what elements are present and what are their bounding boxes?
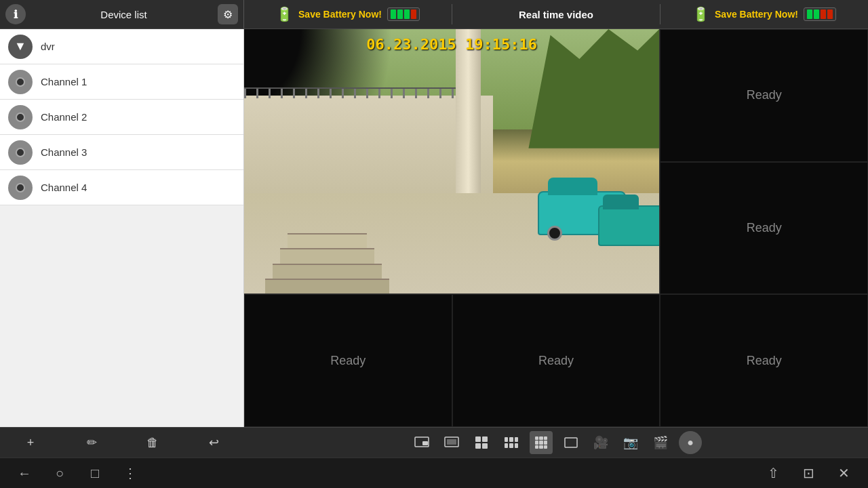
sidebar-item-dvr[interactable]: ▼ dvr bbox=[0, 29, 243, 64]
sidebar-item-ch1-label: Channel 1 bbox=[41, 76, 87, 87]
sidebar-item-ch2[interactable]: Channel 2 bbox=[0, 100, 243, 135]
battery-seg-r3 bbox=[821, 9, 826, 19]
battery-label-left: Save Battery Now! bbox=[298, 9, 382, 20]
nav-left-group: ← ○ □ ⋮ bbox=[14, 462, 141, 484]
snapshot-button[interactable]: 📷 bbox=[619, 431, 642, 454]
grid-2x3-button[interactable] bbox=[500, 431, 523, 454]
battery-seg-r1 bbox=[807, 9, 812, 19]
battery-label-right: Save Battery Now! bbox=[715, 9, 798, 20]
nav-tablet-icon: ⊡ bbox=[803, 465, 814, 481]
battery-seg-4 bbox=[411, 9, 416, 19]
nav-home-icon: ○ bbox=[56, 466, 64, 481]
sidebar-item-ch3-label: Channel 3 bbox=[41, 146, 87, 158]
svg-rect-3 bbox=[447, 439, 456, 445]
battery-bar-right bbox=[804, 7, 836, 21]
record-video-button[interactable]: 🎥 bbox=[589, 431, 612, 454]
top-bar: ℹ Device list ⚙ 🔋 Save Battery Now! Real… bbox=[0, 0, 868, 29]
playback-icon: 🎬 bbox=[653, 435, 668, 450]
camera-dot-ch1 bbox=[16, 77, 25, 87]
delete-button[interactable]: 🗑 bbox=[141, 431, 164, 454]
nav-tablet-button[interactable]: ⊡ bbox=[797, 462, 819, 484]
grid-2x2-button[interactable] bbox=[470, 431, 493, 454]
camera-icon-ch2 bbox=[8, 105, 33, 129]
device-list-section: ℹ Device list ⚙ bbox=[0, 0, 244, 28]
nav-back-button[interactable]: ← bbox=[14, 462, 35, 484]
nav-recent-icon: □ bbox=[91, 466, 99, 481]
grid-2x2-icon bbox=[475, 436, 488, 449]
edit-button[interactable]: ✏ bbox=[80, 431, 103, 454]
camera-icon-ch4 bbox=[8, 176, 33, 200]
battery-seg-r2 bbox=[814, 9, 819, 19]
camera-dot-ch3 bbox=[16, 148, 25, 157]
dvr-icon: ▼ bbox=[8, 35, 33, 59]
nav-recent-button[interactable]: □ bbox=[84, 462, 106, 484]
realtime-label: Real time video bbox=[452, 9, 660, 20]
settings-circle-icon: ● bbox=[687, 436, 694, 449]
nav-close-button[interactable]: ✕ bbox=[833, 462, 854, 484]
video-timestamp: 06.23.2015 19:15:16 bbox=[366, 36, 537, 53]
nav-menu-button[interactable]: ⋮ bbox=[119, 462, 141, 484]
svg-rect-4 bbox=[565, 438, 577, 447]
fullscreen-button[interactable] bbox=[440, 431, 463, 454]
settings-circle-button[interactable]: ● bbox=[679, 431, 702, 454]
edit-icon: ✏ bbox=[87, 435, 97, 450]
fullscreen-icon bbox=[444, 435, 459, 450]
battery-seg-r4 bbox=[827, 9, 833, 19]
nav-menu-icon: ⋮ bbox=[123, 465, 137, 481]
camera-dot-ch2 bbox=[16, 113, 25, 122]
grid-2x3-icon bbox=[505, 437, 518, 448]
delete-icon: 🗑 bbox=[146, 436, 159, 450]
sidebar-toolbar: + ✏ 🗑 ↩ bbox=[0, 427, 244, 458]
pip-button[interactable] bbox=[410, 431, 433, 454]
gear-icon[interactable]: ⚙ bbox=[218, 4, 238, 24]
main-content: 06.23.2015 19:15:16 ReadyReadyReadyReady… bbox=[244, 29, 868, 427]
ready-label: Ready bbox=[538, 354, 574, 368]
sidebar-item-ch4[interactable]: Channel 4 bbox=[0, 170, 243, 205]
camera-icon-ch1 bbox=[8, 70, 33, 94]
nav-share-icon: ⇧ bbox=[768, 465, 779, 481]
video-toolbar: 🎥 📷 🎬 ● bbox=[244, 427, 868, 458]
battery-bar-left bbox=[387, 7, 420, 21]
nav-right-group: ⇧ ⊡ ✕ bbox=[762, 462, 854, 484]
playback-button[interactable]: 🎬 bbox=[649, 431, 672, 454]
battery-seg-2 bbox=[397, 9, 403, 19]
ready-label: Ready bbox=[747, 221, 782, 235]
add-icon: + bbox=[27, 436, 35, 450]
video-cell-3-1[interactable]: Ready bbox=[660, 29, 868, 162]
camera-icon-ch3 bbox=[8, 140, 33, 165]
battery-seg-3 bbox=[404, 9, 410, 19]
nav-bar: ← ○ □ ⋮ ⇧ ⊡ ✕ bbox=[0, 458, 868, 488]
svg-rect-1 bbox=[422, 441, 428, 445]
info-icon[interactable]: ℹ bbox=[5, 4, 26, 24]
video-cell-3-3[interactable]: Ready bbox=[660, 294, 868, 427]
camera-scene bbox=[244, 29, 659, 293]
ready-label: Ready bbox=[747, 354, 782, 368]
sidebar: ▼ dvr Channel 1 Channel 2 Channel 3 Chan… bbox=[0, 29, 244, 427]
ready-label: Ready bbox=[747, 88, 782, 102]
video-cell-1-3[interactable]: Ready bbox=[244, 294, 452, 427]
grid-3x3-icon bbox=[535, 436, 547, 449]
sidebar-item-ch1[interactable]: Channel 1 bbox=[0, 64, 243, 100]
sidebar-item-ch4-label: Channel 4 bbox=[41, 182, 87, 193]
record-video-icon: 🎥 bbox=[593, 435, 608, 450]
snapshot-icon: 📷 bbox=[623, 435, 638, 450]
ready-label: Ready bbox=[330, 354, 366, 368]
nav-close-icon: ✕ bbox=[838, 465, 850, 481]
single-view-icon bbox=[564, 435, 578, 450]
dvr-arrow-icon: ▼ bbox=[14, 39, 26, 54]
sidebar-item-ch2-label: Channel 2 bbox=[41, 111, 87, 123]
video-cell-3-2[interactable]: Ready bbox=[660, 162, 868, 295]
back-icon: ↩ bbox=[209, 435, 219, 450]
pip-icon bbox=[414, 435, 429, 450]
grid-3x3-button[interactable] bbox=[530, 431, 553, 454]
sidebar-item-dvr-label: dvr bbox=[41, 41, 55, 52]
nav-share-button[interactable]: ⇧ bbox=[762, 462, 784, 484]
sidebar-item-ch3[interactable]: Channel 3 bbox=[0, 135, 243, 170]
video-cell-2-3[interactable]: Ready bbox=[452, 294, 660, 427]
nav-home-button[interactable]: ○ bbox=[49, 462, 71, 484]
video-main[interactable]: 06.23.2015 19:15:16 bbox=[244, 29, 660, 294]
add-button[interactable]: + bbox=[19, 431, 42, 454]
single-view-button[interactable] bbox=[559, 431, 583, 454]
battery-section-left: 🔋 Save Battery Now! bbox=[244, 0, 452, 28]
back-button[interactable]: ↩ bbox=[202, 431, 225, 454]
